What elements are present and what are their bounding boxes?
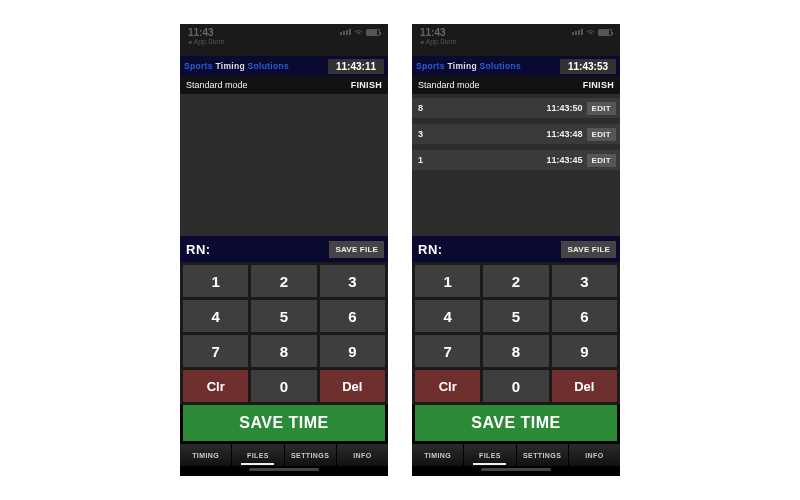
- key-5[interactable]: 5: [251, 300, 316, 332]
- entry-time: 11:43:50: [547, 103, 583, 113]
- live-clock: 11:43:53: [560, 59, 616, 74]
- tab-timing[interactable]: TIMING: [180, 444, 232, 466]
- status-back-to-app: ◂ App Store: [188, 38, 225, 46]
- entry-time: 11:43:48: [547, 129, 583, 139]
- signal-icon: [572, 29, 583, 35]
- status-time: 11:43: [188, 27, 225, 38]
- save-file-button[interactable]: SAVE FILE: [329, 241, 384, 258]
- status-time: 11:43: [420, 27, 457, 38]
- key-4[interactable]: 4: [183, 300, 248, 332]
- signal-icon: [340, 29, 351, 35]
- keypad: 1 2 3 4 5 6 7 8 9 Clr 0 Del: [412, 262, 620, 405]
- key-delete[interactable]: Del: [320, 370, 385, 402]
- finish-label: FINISH: [351, 80, 382, 90]
- wifi-icon: [354, 29, 363, 36]
- bottom-tabs: TIMING FILES SETTINGS INFO: [180, 444, 388, 466]
- tab-settings[interactable]: SETTINGS: [285, 444, 337, 466]
- phone-screen-1: 11:43 ◂ App Store Sports Timing Solution…: [180, 24, 388, 476]
- brand-bar: Sports Timing Solutions 11:43:11: [180, 56, 388, 76]
- wifi-icon: [586, 29, 595, 36]
- entry-row: 3 11:43:48 EDIT: [412, 124, 620, 144]
- rn-label: RN:: [186, 242, 211, 257]
- ios-status-bar: 11:43 ◂ App Store: [412, 24, 620, 56]
- key-9[interactable]: 9: [552, 335, 617, 367]
- key-2[interactable]: 2: [483, 265, 548, 297]
- home-indicator: [412, 466, 620, 476]
- tab-timing[interactable]: TIMING: [412, 444, 464, 466]
- key-5[interactable]: 5: [483, 300, 548, 332]
- entries-list: [180, 94, 388, 236]
- ios-status-bar: 11:43 ◂ App Store: [180, 24, 388, 56]
- tab-info[interactable]: INFO: [569, 444, 620, 466]
- brand-logo: Sports Timing Solutions: [184, 61, 289, 71]
- tab-files[interactable]: FILES: [232, 444, 284, 466]
- entry-number: 1: [418, 155, 423, 165]
- key-8[interactable]: 8: [251, 335, 316, 367]
- key-4[interactable]: 4: [415, 300, 480, 332]
- finish-label: FINISH: [583, 80, 614, 90]
- keypad: 1 2 3 4 5 6 7 8 9 Clr 0 Del: [180, 262, 388, 405]
- key-clear[interactable]: Clr: [183, 370, 248, 402]
- key-3[interactable]: 3: [320, 265, 385, 297]
- key-9[interactable]: 9: [320, 335, 385, 367]
- edit-button[interactable]: EDIT: [587, 154, 616, 167]
- battery-icon: [598, 29, 612, 36]
- rn-bar: RN: SAVE FILE: [412, 236, 620, 262]
- key-2[interactable]: 2: [251, 265, 316, 297]
- brand-logo: Sports Timing Solutions: [416, 61, 521, 71]
- live-clock: 11:43:11: [328, 59, 384, 74]
- phone-screen-2: 11:43 ◂ App Store Sports Timing Solution…: [412, 24, 620, 476]
- mode-label: Standard mode: [418, 80, 480, 90]
- tab-files[interactable]: FILES: [464, 444, 516, 466]
- entries-list: 8 11:43:50 EDIT 3 11:43:48 EDIT 1 11:43:…: [412, 94, 620, 236]
- rn-label: RN:: [418, 242, 443, 257]
- key-8[interactable]: 8: [483, 335, 548, 367]
- battery-icon: [366, 29, 380, 36]
- key-6[interactable]: 6: [320, 300, 385, 332]
- tab-info[interactable]: INFO: [337, 444, 388, 466]
- mode-bar: Standard mode FINISH: [180, 76, 388, 94]
- entry-number: 3: [418, 129, 423, 139]
- status-back-to-app: ◂ App Store: [420, 38, 457, 46]
- key-6[interactable]: 6: [552, 300, 617, 332]
- home-indicator: [180, 466, 388, 476]
- mode-bar: Standard mode FINISH: [412, 76, 620, 94]
- tab-settings[interactable]: SETTINGS: [517, 444, 569, 466]
- bottom-tabs: TIMING FILES SETTINGS INFO: [412, 444, 620, 466]
- save-file-button[interactable]: SAVE FILE: [561, 241, 616, 258]
- entry-row: 1 11:43:45 EDIT: [412, 150, 620, 170]
- entry-number: 8: [418, 103, 423, 113]
- edit-button[interactable]: EDIT: [587, 128, 616, 141]
- key-7[interactable]: 7: [415, 335, 480, 367]
- key-0[interactable]: 0: [251, 370, 316, 402]
- save-time-button[interactable]: SAVE TIME: [183, 405, 385, 441]
- entry-row: 8 11:43:50 EDIT: [412, 98, 620, 118]
- key-delete[interactable]: Del: [552, 370, 617, 402]
- mode-label: Standard mode: [186, 80, 248, 90]
- key-clear[interactable]: Clr: [415, 370, 480, 402]
- entry-time: 11:43:45: [547, 155, 583, 165]
- key-3[interactable]: 3: [552, 265, 617, 297]
- edit-button[interactable]: EDIT: [587, 102, 616, 115]
- brand-bar: Sports Timing Solutions 11:43:53: [412, 56, 620, 76]
- key-1[interactable]: 1: [183, 265, 248, 297]
- key-7[interactable]: 7: [183, 335, 248, 367]
- key-1[interactable]: 1: [415, 265, 480, 297]
- rn-bar: RN: SAVE FILE: [180, 236, 388, 262]
- key-0[interactable]: 0: [483, 370, 548, 402]
- save-time-button[interactable]: SAVE TIME: [415, 405, 617, 441]
